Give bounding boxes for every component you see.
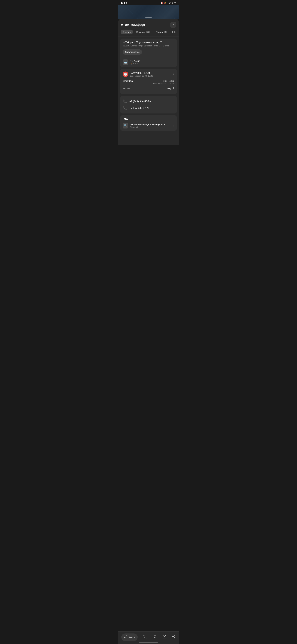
signal-icon: 4G+ [167, 2, 171, 4]
bottom-sheet: Атом-комфорт × Explore Reviews 26 Photos… [118, 19, 179, 145]
category-chevron-icon: › [173, 124, 174, 128]
status-right: ⏰ 🔕 4G+ 54% [161, 2, 176, 4]
category-icon-wrap: 🔍 [123, 123, 128, 128]
weekdays-label: Weekdays [123, 80, 133, 82]
alarm-icon: ⏰ [161, 2, 163, 4]
hours-expanded: Weekdays 8:00–19:00 Lunch break 12:00–15… [123, 80, 174, 90]
hours-header[interactable]: 🕐 Today 8:00–19:00 Lunch break 12:00–15:… [123, 72, 174, 77]
walk-icon: 🚶 [130, 62, 133, 65]
transit-info: ТЦ Лента 🚶 6 min [130, 60, 172, 65]
clock-icon: 🕐 [123, 72, 128, 77]
transit-name: ТЦ Лента [130, 60, 172, 62]
phone-row-1[interactable]: 📞 +7 (343) 346-50-59 [123, 98, 174, 105]
hours-today: Today 8:00–19:00 [130, 72, 170, 74]
tab-explore-label: Explore [123, 31, 131, 33]
hours-today-info: Today 8:00–19:00 Lunch break 12:00–15:00 [130, 72, 170, 77]
tab-info-label: Info [172, 31, 176, 33]
category-info: Жилищно-коммунальные услуги Show all [130, 123, 172, 128]
place-title: Атом-комфорт [121, 23, 145, 27]
transit-time: 🚶 6 min [130, 62, 172, 65]
hours-card: 🕐 Today 8:00–19:00 Lunch break 12:00–15:… [120, 69, 177, 94]
phone-icon-2: 📞 [123, 106, 127, 110]
weekdays-time-block: 8:00–19:00 Lunch break 12:00–15:00 [152, 80, 174, 85]
reviews-badge: 26 [146, 31, 150, 33]
weekend-label: Sa, Su [123, 87, 130, 90]
tab-info[interactable]: Info [170, 30, 178, 34]
photos-badge: 2 [164, 31, 167, 33]
show-all-label: Show all [130, 126, 172, 128]
bus-icon: 🚌 [124, 60, 127, 64]
tab-bar: Explore Reviews 26 Photos 2 Info [118, 30, 179, 36]
tab-reviews-label: Reviews [136, 31, 145, 33]
address-content: NOVA park, Хрустальногорская, 87 620105,… [120, 38, 177, 57]
phone-card: 📞 +7 (343) 346-50-59 📞 +7-967-636-17-75 [120, 96, 177, 114]
category-name: Жилищно-коммунальные услуги [130, 123, 172, 126]
tab-reviews[interactable]: Reviews 26 [134, 30, 152, 34]
address-sub: 620105, Екатеринбург, Широкая Речка м-н,… [123, 44, 174, 47]
close-button[interactable]: × [170, 22, 176, 28]
weekdays-time: 8:00–19:00 [152, 80, 174, 82]
hours-lunch: Lunch break 12:00–15:00 [130, 75, 170, 77]
phone-number-2: +7-967-636-17-75 [129, 107, 149, 110]
info-content: Info 🔍 Жилищно-коммунальные услуги Show … [120, 115, 177, 131]
time-display: 17:50 [121, 2, 127, 4]
divider-tabs [118, 36, 179, 37]
expand-icon: ∧ [172, 72, 174, 76]
info-section-title: Info [123, 118, 174, 121]
tab-explore[interactable]: Explore [121, 30, 133, 34]
battery-display: 54% [172, 2, 176, 4]
sheet-header: Атом-комфорт × [118, 19, 179, 30]
address-main: NOVA park, Хрустальногорская, 87 [123, 41, 174, 44]
transit-row[interactable]: 🚌 ТЦ Лента 🚶 6 min › [120, 57, 177, 67]
info-card: Info 🔍 Жилищно-коммунальные услуги Show … [120, 115, 177, 131]
weekdays-time-sub: Lunch break 12:00–15:00 [152, 82, 174, 85]
tab-photos[interactable]: Photos 2 [153, 30, 169, 34]
show-entrance-button[interactable]: Show entrance [123, 50, 142, 55]
hours-row-weekend: Sa, Su Day off [123, 87, 174, 90]
chevron-right-icon: › [173, 61, 174, 64]
weekend-time-block: Day off [167, 87, 174, 90]
weekend-time: Day off [167, 87, 174, 90]
info-category-row[interactable]: 🔍 Жилищно-коммунальные услуги Show all › [123, 123, 174, 128]
transit-icon-wrap: 🚌 [123, 60, 128, 65]
address-card: NOVA park, Хрустальногорская, 87 620105,… [120, 38, 177, 67]
map-area [118, 5, 179, 19]
phone-icon-1: 📞 [123, 100, 127, 104]
phone-row-2[interactable]: 📞 +7-967-636-17-75 [123, 105, 174, 111]
tab-photos-label: Photos [155, 31, 163, 33]
status-bar: 17:50 ⏰ 🔕 4G+ 54% [118, 0, 179, 5]
hours-content: 🕐 Today 8:00–19:00 Lunch break 12:00–15:… [120, 69, 177, 94]
phone-number-1: +7 (343) 346-50-59 [129, 100, 151, 103]
phone-content: 📞 +7 (343) 346-50-59 📞 +7-967-636-17-75 [120, 96, 177, 114]
category-icon: 🔍 [124, 124, 127, 128]
mute-icon: 🔕 [164, 2, 166, 4]
drag-handle[interactable] [145, 17, 152, 18]
hours-row-weekdays: Weekdays 8:00–19:00 Lunch break 12:00–15… [123, 80, 174, 85]
